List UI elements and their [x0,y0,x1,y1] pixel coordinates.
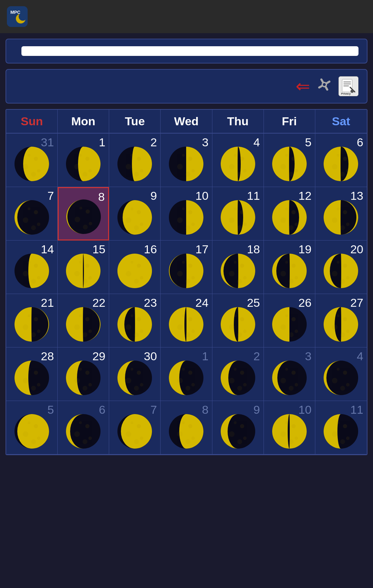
calendar-cell-12[interactable]: 12 [264,187,315,241]
calendar-cell-4[interactable]: 4 [315,347,367,401]
svg-point-83 [137,210,141,214]
svg-point-146 [240,264,244,268]
calendar-cell-21[interactable]: 21 [6,294,58,347]
header-wed: Wed [161,110,212,134]
calendar-cell-3[interactable]: 3 [264,347,315,401]
calendar-cell-17[interactable]: 17 [161,241,212,294]
svg-point-297 [237,439,242,444]
svg-point-197 [243,330,247,333]
calendar-cell-6[interactable]: 6 [58,401,109,454]
calendar-cell-10[interactable]: 10 [161,187,212,241]
calendar-cell-7[interactable]: 7 [109,401,161,454]
svg-point-219 [28,368,30,371]
svg-point-304 [289,439,294,444]
svg-point-72 [28,207,30,210]
svg-point-169 [37,330,40,333]
svg-point-268 [28,421,30,424]
app-logo: MPC [7,6,28,27]
calendar-cell-1[interactable]: 1 [58,134,109,187]
calendar-cell-2[interactable]: 2 [109,134,161,187]
moon-phase-image [219,413,257,451]
calendar-cell-20[interactable]: 20 [315,241,367,294]
calendar-cell-5[interactable]: 5 [6,401,58,454]
moon-phase-image [322,199,360,237]
svg-point-290 [185,439,190,444]
svg-point-85 [140,223,143,226]
svg-point-24 [31,172,36,177]
svg-point-50 [243,169,247,173]
calendar-cell-26[interactable]: 26 [264,294,315,347]
calendar-container: Sun Mon Tue Wed Thu Fri Sat 31 1 [6,109,367,455]
calendar-cell-18[interactable]: 18 [212,241,264,294]
calendar-cell-9[interactable]: 9 [109,187,161,241]
header-fri: Fri [264,110,315,134]
calendar-cell-27[interactable]: 27 [315,294,367,347]
calendar-cell-28[interactable]: 28 [6,347,58,401]
back-arrow-icon[interactable]: ⇐ [296,78,310,95]
svg-point-168 [23,324,28,330]
svg-point-121 [28,261,30,264]
calendar-cell-9[interactable]: 9 [212,401,264,454]
calendar-cell-25[interactable]: 25 [212,294,264,347]
calendar-cell-3[interactable]: 3 [161,134,212,187]
calendar-cell-1[interactable]: 1 [161,347,212,401]
calendar-cell-24[interactable]: 24 [161,294,212,347]
calendar-cell-30[interactable]: 30 [109,347,161,401]
moon-phase-image [13,145,50,184]
calendar-cell-11[interactable]: 11 [315,401,367,454]
svg-point-141 [191,276,195,280]
calendar-cell-10[interactable]: 10 [264,401,315,454]
calendar-cell-22[interactable]: 22 [58,294,109,347]
calendar-cell-8[interactable]: 8 [58,187,109,241]
moon-phase-image [219,306,257,344]
calendar-cell-15[interactable]: 15 [58,241,109,294]
moon-phase-image [13,306,50,344]
svg-point-232 [140,383,143,386]
calendar-cell-8[interactable]: 8 [161,401,212,454]
calendar-cell-29[interactable]: 29 [58,347,109,401]
header-thu: Thu [212,110,264,134]
svg-point-272 [85,424,89,428]
svg-point-287 [177,431,183,437]
svg-point-29 [88,169,92,173]
moon-phase-image [271,145,308,184]
calendar-cell-6[interactable]: 6 [315,134,367,187]
svg-point-133 [126,271,131,276]
calendar-cell-14[interactable]: 14 [6,241,58,294]
moon-phase-image [13,413,50,451]
svg-point-296 [234,421,237,424]
calendar-cell-11[interactable]: 11 [212,187,264,241]
svg-point-231 [126,378,131,383]
calendar-cell-13[interactable]: 13 [315,187,367,241]
svg-point-177 [79,314,82,317]
svg-point-253 [295,383,298,386]
svg-point-34 [137,157,141,161]
svg-point-147 [229,271,235,276]
calendar-cell-4[interactable]: 4 [212,134,264,187]
day-number: 9 [151,189,157,203]
svg-point-188 [188,317,192,321]
svg-point-113 [346,223,350,226]
calendar-cell-7[interactable]: 7 [6,187,58,241]
calendar-cell-5[interactable]: 5 [264,134,315,187]
privacy-policy-icon[interactable]: Privacy Policy [338,76,358,96]
day-number: 7 [151,403,157,416]
settings-wrench-icon[interactable] [316,76,333,97]
svg-point-104 [291,210,296,214]
svg-point-44 [182,154,185,157]
target-date-value[interactable] [21,46,358,56]
svg-point-139 [188,264,192,268]
calendar-cell-19[interactable]: 19 [264,241,315,294]
target-date-section [6,39,367,63]
svg-point-41 [188,157,192,161]
svg-point-127 [88,276,92,280]
svg-point-195 [240,317,244,321]
moon-phase-image [65,306,102,344]
svg-point-289 [182,421,185,424]
svg-point-240 [182,368,185,371]
calendar-cell-23[interactable]: 23 [109,294,161,347]
calendar-cell-31[interactable]: 31 [6,134,58,187]
calendar-cell-2[interactable]: 2 [212,347,264,401]
svg-point-111 [343,210,347,214]
calendar-cell-16[interactable]: 16 [109,241,161,294]
